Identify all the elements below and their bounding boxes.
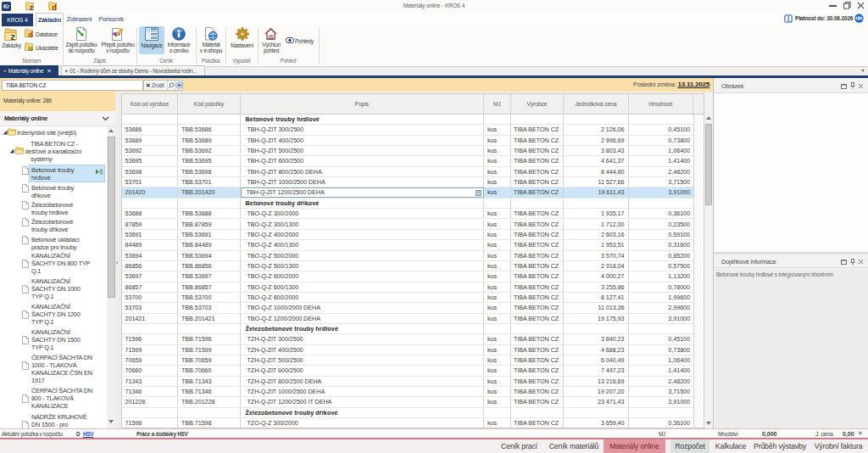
svg-text:z: z [10,31,15,42]
svg-text:d: d [28,31,33,38]
svg-text:u: u [28,44,33,52]
